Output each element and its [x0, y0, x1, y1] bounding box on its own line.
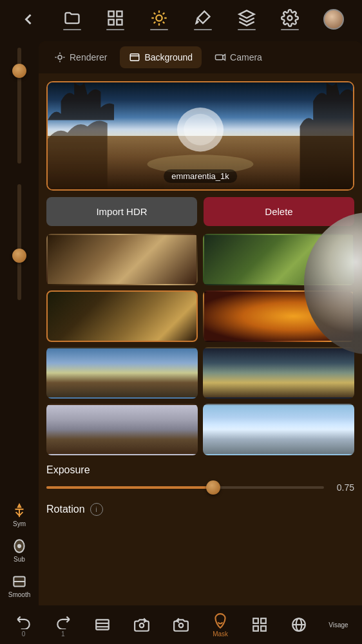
top-slider[interactable]	[17, 48, 21, 164]
sym-label: Sym	[13, 520, 26, 527]
action-buttons: Import HDR Delete	[46, 197, 354, 226]
back-button[interactable]	[14, 5, 43, 33]
svg-point-17	[58, 55, 62, 59]
hdr-grid	[46, 234, 354, 455]
sub-label: Sub	[14, 556, 25, 563]
svg-point-14	[18, 545, 21, 547]
svg-rect-1	[117, 11, 122, 16]
tab-background[interactable]: Background	[120, 46, 202, 68]
mask-label: Mask	[213, 630, 228, 638]
rotation-label-text: Rotation	[46, 504, 85, 515]
redo-number: 1	[61, 630, 65, 638]
exposure-fill	[46, 486, 213, 489]
profile-button[interactable]	[319, 5, 348, 33]
hdr-preview-label: emmarentia_1k	[164, 169, 237, 183]
svg-rect-2	[109, 19, 114, 24]
svg-line-10	[163, 21, 164, 23]
svg-rect-22	[131, 54, 140, 61]
tab-camera-label: Camera	[230, 52, 262, 62]
top-slider-thumb[interactable]	[12, 64, 26, 78]
hdr-thumb-1[interactable]	[46, 234, 198, 285]
svg-rect-3	[117, 19, 122, 24]
exposure-value: 0.75	[332, 482, 354, 493]
tab-background-label: Background	[144, 52, 193, 62]
hdr-thumb-6[interactable]	[203, 347, 354, 399]
tab-bar: Renderer Background Camera	[39, 41, 362, 73]
svg-line-11	[154, 21, 155, 23]
sym-tool[interactable]: Sym	[1, 498, 37, 531]
undo-number: 0	[22, 630, 26, 638]
light-button[interactable]	[145, 5, 173, 33]
brush-button[interactable]	[189, 5, 217, 33]
exposure-label: Exposure	[46, 464, 354, 476]
panel-content: emmarentia_1k Import HDR Delete	[39, 73, 362, 644]
svg-rect-38	[253, 626, 258, 631]
hdr-thumb-5[interactable]	[46, 347, 198, 399]
layers-bottom-button[interactable]	[86, 614, 119, 636]
svg-rect-29	[96, 620, 109, 629]
exposure-section: Exposure 0.75	[46, 464, 354, 493]
exposure-slider-row: 0.75	[46, 482, 354, 493]
hdr-preview[interactable]: emmarentia_1k	[46, 81, 354, 191]
settings-button[interactable]	[276, 5, 304, 33]
panel-area: Renderer Background Camera	[39, 41, 362, 644]
import-hdr-button[interactable]: Import HDR	[46, 197, 197, 226]
layers-button[interactable]	[233, 5, 261, 33]
exposure-thumb[interactable]	[206, 480, 220, 495]
smooth-label: Smooth	[8, 591, 30, 598]
folder-button[interactable]	[58, 5, 86, 33]
delete-button[interactable]: Delete	[204, 197, 354, 226]
svg-rect-23	[216, 55, 223, 60]
svg-point-25	[184, 114, 217, 146]
hdr-thumb-7[interactable]	[46, 404, 198, 455]
camera-flip-button[interactable]	[126, 614, 158, 636]
visage-label: Visage	[329, 621, 348, 629]
grid-bottom-button[interactable]	[243, 614, 276, 636]
exposure-slider[interactable]	[46, 486, 324, 489]
rotation-section: Rotation i	[46, 503, 354, 516]
hdr-thumb-3[interactable]	[46, 290, 198, 342]
svg-rect-37	[261, 618, 266, 623]
hdr-thumb-8[interactable]	[203, 404, 354, 455]
bottom-slider-thumb[interactable]	[12, 249, 26, 263]
camera-alt-button[interactable]	[165, 614, 197, 636]
hdr-thumb-2[interactable]	[203, 234, 354, 285]
svg-rect-39	[261, 626, 266, 631]
redo-button[interactable]: 1	[47, 610, 79, 640]
rotation-label-row: Rotation i	[46, 503, 354, 516]
undo-button[interactable]: 0	[8, 610, 40, 640]
bottom-slider[interactable]	[17, 184, 21, 300]
sub-tool[interactable]: Sub	[1, 534, 37, 567]
tab-renderer[interactable]: Renderer	[45, 46, 116, 68]
svg-point-4	[156, 15, 162, 21]
svg-line-12	[163, 12, 164, 14]
mask-bottom-button[interactable]: Mask	[204, 610, 236, 640]
svg-rect-0	[109, 11, 114, 16]
hdr-thumb-4[interactable]	[203, 290, 354, 342]
grid-button[interactable]	[101, 5, 129, 33]
smooth-tool[interactable]: Smooth	[1, 569, 37, 602]
svg-rect-36	[253, 618, 258, 623]
sphere-button[interactable]	[283, 614, 315, 636]
svg-point-33	[179, 623, 184, 628]
svg-point-32	[140, 623, 144, 628]
rotation-info-icon[interactable]: i	[90, 503, 103, 516]
tab-camera[interactable]: Camera	[205, 46, 271, 68]
top-toolbar	[0, 0, 362, 39]
svg-point-13	[288, 15, 292, 20]
visage-button[interactable]: Visage	[322, 619, 354, 631]
left-sidebar: Sym Sub Smooth	[0, 39, 39, 644]
bottom-toolbar: 0 1	[0, 605, 362, 644]
svg-line-9	[154, 12, 155, 14]
main-area: Sym Sub Smooth	[0, 39, 362, 644]
tab-renderer-label: Renderer	[70, 52, 107, 62]
